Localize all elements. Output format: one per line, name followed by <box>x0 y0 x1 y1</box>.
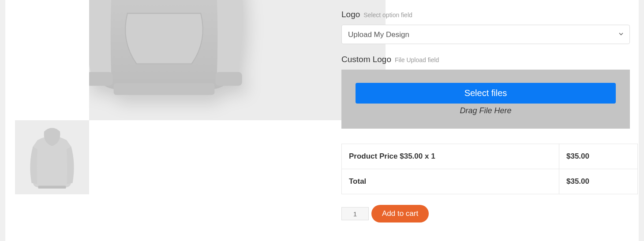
cart-actions: Add to cart <box>341 205 633 222</box>
svg-rect-2 <box>114 83 215 95</box>
product-price-value: $35.00 <box>559 144 638 169</box>
total-value: $35.00 <box>559 169 638 194</box>
quantity-input[interactable] <box>341 207 369 220</box>
table-row: Total $35.00 <box>342 169 638 194</box>
price-table: Product Price $35.00 x 1 $35.00 Total $3… <box>341 144 638 194</box>
custom-logo-label: Custom Logo <box>341 55 391 64</box>
logo-hint: Select option field <box>363 11 412 19</box>
select-files-button[interactable]: Select files <box>356 83 616 104</box>
custom-logo-hint: File Upload field <box>395 56 439 63</box>
logo-label: Logo <box>341 10 360 19</box>
custom-logo-block: Custom Logo File Upload field Select fil… <box>341 55 633 129</box>
product-thumbnail[interactable] <box>15 120 89 194</box>
add-to-cart-button[interactable]: Add to cart <box>371 205 429 222</box>
logo-option-block: Logo Select option field Upload My Desig… <box>341 10 633 44</box>
table-row: Product Price $35.00 x 1 $35.00 <box>342 144 638 169</box>
svg-rect-0 <box>89 72 113 86</box>
total-label: Total <box>342 169 559 194</box>
product-price-label: Product Price $35.00 x 1 <box>342 144 559 169</box>
product-gallery <box>15 0 318 194</box>
svg-rect-1 <box>215 72 242 86</box>
drag-hint-text: Drag File Here <box>355 106 617 115</box>
file-drop-zone[interactable]: Select files Drag File Here <box>341 70 630 129</box>
product-options: Logo Select option field Upload My Desig… <box>341 0 633 222</box>
svg-rect-5 <box>38 186 66 189</box>
logo-select[interactable]: Upload My Design <box>341 25 630 44</box>
